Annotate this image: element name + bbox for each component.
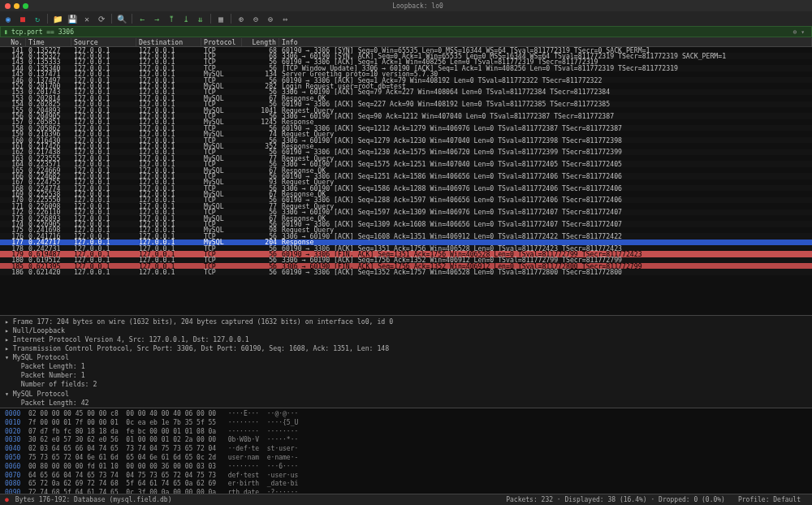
hex-row[interactable]: 0010 7f 00 00 01 7f 00 00 01 0c ea eb 1e… [5, 419, 807, 428]
close-file-icon[interactable]: ✕ [82, 14, 92, 24]
col-destination[interactable]: Destination [136, 38, 201, 46]
reload-icon[interactable]: ⟳ [97, 14, 106, 24]
status-profile[interactable]: Profile: Default [732, 496, 807, 503]
detail-line[interactable]: ▾ MySQL Protocol [5, 390, 807, 399]
detail-line[interactable]: Packet Length: 42 [5, 399, 807, 408]
bookmark-icon[interactable]: ▮ [4, 28, 8, 36]
window-title: Loopback: lo0 [28, 2, 807, 10]
minimize-icon[interactable] [14, 3, 19, 9]
packet-list-body[interactable]: 1410.135227127.0.0.1127.0.0.1TCP6860190 … [0, 47, 812, 315]
display-filter-bar: ▮ ⊕ ▾ [0, 26, 812, 37]
detail-line[interactable]: ▾ MySQL Protocol [5, 353, 807, 362]
zoom-in-icon[interactable]: ⊕ [236, 14, 246, 24]
detail-line[interactable]: ▸ Frame 177: 204 bytes on wire (1632 bit… [5, 317, 807, 326]
hex-row[interactable]: 0000 02 00 00 00 45 00 00 c8 00 00 40 00… [5, 410, 807, 419]
col-time[interactable]: Time [26, 38, 71, 46]
hex-row[interactable]: 0060 00 80 00 00 00 fd 01 10 00 00 00 36… [5, 463, 807, 472]
find-icon[interactable]: 🔍 [117, 14, 127, 24]
hex-row[interactable]: 0070 64 65 66 04 74 65 73 74 04 75 73 65… [5, 472, 807, 481]
detail-line[interactable]: Number of fields: 2 [5, 380, 807, 389]
hex-row[interactable]: 0040 02 03 64 65 66 04 74 65 73 74 04 75… [5, 445, 807, 454]
display-filter-input[interactable] [11, 28, 790, 36]
statusbar: ● Bytes 176-192: Database (mysql.field.d… [0, 494, 812, 505]
save-icon[interactable]: 💾 [67, 14, 77, 24]
main-toolbar: ◉ ■ ↻ 📁 💾 ✕ ⟳ 🔍 ← → ⤒ ⤓ ⇊ ▦ ⊕ ⊖ ⊜ ⇔ [0, 11, 812, 26]
packet-details-pane[interactable]: ▸ Frame 177: 204 bytes on wire (1632 bit… [0, 315, 812, 408]
zoom-reset-icon[interactable]: ⊜ [266, 14, 275, 24]
col-no[interactable]: No. [0, 38, 26, 46]
zoom-out-icon[interactable]: ⊖ [251, 14, 261, 24]
hex-row[interactable]: 0020 07 d7 fb fc 80 18 18 da fe bc 00 00… [5, 428, 807, 437]
detail-line[interactable]: ▸ Null/Loopback [5, 326, 807, 335]
col-info[interactable]: Info [279, 38, 812, 46]
titlebar: Loopback: lo0 [0, 0, 812, 11]
start-capture-icon[interactable]: ◉ [3, 14, 13, 24]
auto-scroll-icon[interactable]: ⇊ [196, 14, 205, 24]
traffic-lights [5, 3, 28, 9]
colorize-icon[interactable]: ▦ [216, 14, 226, 24]
packet-row[interactable]: 1860.621420127.0.0.1127.0.0.1TCP5660190 … [0, 269, 812, 274]
open-file-icon[interactable]: 📁 [53, 14, 63, 24]
go-prev-icon[interactable]: ← [137, 14, 147, 24]
packet-bytes-pane[interactable]: 0000 02 00 00 00 45 00 00 c8 00 00 40 00… [0, 408, 812, 494]
packet-list-pane: No. Time Source Destination Protocol Len… [0, 37, 812, 315]
col-protocol[interactable]: Protocol [201, 38, 242, 46]
col-source[interactable]: Source [71, 38, 136, 46]
col-length[interactable]: Length [242, 38, 279, 46]
stop-capture-icon[interactable]: ■ [18, 14, 28, 24]
hex-row[interactable]: 0050 75 73 65 72 04 6e 61 6d 65 04 6e 61… [5, 454, 807, 463]
packet-list-header[interactable]: No. Time Source Destination Protocol Len… [0, 37, 812, 47]
go-last-icon[interactable]: ⤓ [181, 14, 191, 24]
detail-line[interactable]: Packet Length: 1 [5, 362, 807, 371]
detail-line[interactable]: ▸ Internet Protocol Version 4, Src: 127.… [5, 335, 807, 344]
resize-cols-icon[interactable]: ⇔ [280, 14, 290, 24]
status-packet-counts: Packets: 232 · Displayed: 38 (16.4%) · D… [499, 496, 732, 503]
close-icon[interactable] [5, 3, 11, 9]
detail-line[interactable]: ▸ Transmission Control Protocol, Src Por… [5, 344, 807, 353]
hex-row[interactable]: 0080 65 72 0a 62 69 72 74 68 5f 64 61 74… [5, 480, 807, 489]
detail-line[interactable]: Packet Number: 1 [5, 371, 807, 380]
zoom-icon[interactable] [23, 3, 28, 9]
go-first-icon[interactable]: ⤒ [166, 14, 176, 24]
hex-row[interactable]: 0030 30 62 e0 57 30 62 e0 56 01 00 00 01… [5, 436, 807, 445]
filter-controls[interactable]: ⊕ ▾ [790, 28, 808, 36]
status-field-info: Bytes 176-192: Database (mysql.field.db) [9, 496, 179, 503]
restart-capture-icon[interactable]: ↻ [32, 14, 42, 24]
go-next-icon[interactable]: → [152, 14, 162, 24]
